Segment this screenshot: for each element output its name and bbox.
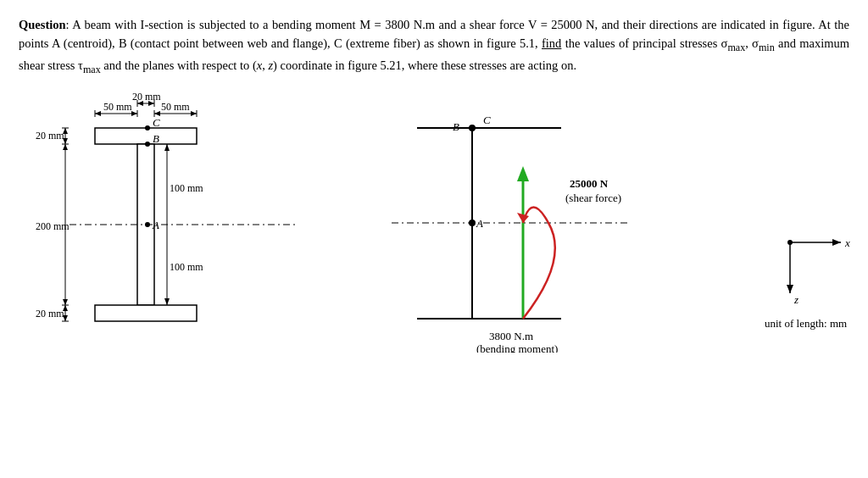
- right-diagram: A B C 25000 N (shear force) 3800 N.m (: [392, 90, 714, 353]
- point-C: [145, 125, 150, 131]
- arrow-up-inner: [164, 144, 170, 151]
- shear-force-arrowhead: [517, 166, 529, 181]
- diagram-area: A B C 50 mm: [19, 90, 849, 353]
- point-B-right: [469, 125, 476, 131]
- force-label: 25000 N: [570, 177, 609, 190]
- dim-50mm-left: 50 mm: [103, 101, 132, 113]
- label-C: C: [153, 116, 160, 129]
- point-A: [145, 222, 150, 227]
- dim-20mm: 20 mm: [132, 91, 161, 103]
- label-A: A: [152, 219, 159, 231]
- label-B: B: [153, 132, 159, 145]
- moment-sublabel: (bending moment): [476, 342, 558, 353]
- arrow-up-2: [63, 144, 68, 150]
- left-diagram: A B C 50 mm: [19, 90, 375, 353]
- question-label: Question: [19, 18, 66, 31]
- dim-50mm-right: 50 mm: [161, 101, 190, 113]
- bottom-flange: [95, 305, 197, 321]
- z-label: z: [793, 293, 798, 306]
- z-arrowhead: [787, 285, 793, 293]
- page: Question: A beam with I-section is subje…: [0, 0, 868, 478]
- x-label: x: [844, 236, 850, 249]
- force-svg: A B C 25000 N (shear force) 3800 N.m (: [392, 90, 714, 353]
- unit-label: unit of length: mm: [765, 317, 847, 330]
- question-body: : A beam with I-section is subjected to …: [19, 18, 849, 72]
- label-A-right: A: [476, 217, 483, 230]
- force-sublabel: (shear force): [565, 192, 621, 204]
- arrow-right-3: [191, 111, 197, 116]
- dim-20mm-left-top: 20 mm: [36, 130, 64, 142]
- dim-100mm-up: 100 mm: [170, 182, 203, 194]
- arrow-left-1: [95, 111, 101, 116]
- question-text: Question: A beam with I-section is subje…: [19, 15, 849, 78]
- point-B: [145, 142, 150, 147]
- arrow-down-2: [63, 299, 68, 305]
- dim-200mm: 200 mm: [36, 220, 70, 232]
- arrow-right-1: [131, 111, 137, 116]
- point-A-right: [469, 220, 476, 226]
- coord-svg: x z unit of length: mm: [765, 208, 866, 344]
- label-C-right: C: [483, 114, 491, 126]
- moment-label: 3800 N.m: [489, 330, 533, 342]
- dim-20mm-left-bot: 20 mm: [36, 308, 64, 320]
- top-flange: [95, 128, 197, 144]
- arrow-down-inner: [164, 298, 170, 305]
- coord-diagram: x z unit of length: mm: [765, 208, 849, 347]
- label-B-right: B: [453, 120, 459, 133]
- x-arrowhead: [832, 239, 841, 246]
- isection-svg: A B C 50 mm: [19, 90, 375, 353]
- bending-moment-arrow: [523, 207, 555, 319]
- dim-100mm-down: 100 mm: [170, 261, 203, 273]
